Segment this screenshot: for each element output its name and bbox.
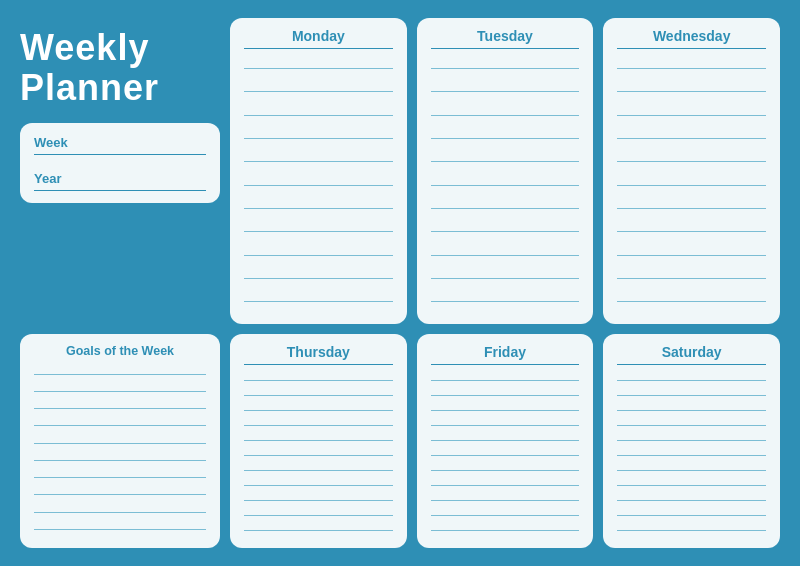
day-line: [617, 410, 766, 411]
goal-line: [34, 512, 206, 513]
year-line: [34, 190, 206, 191]
day-line: [617, 470, 766, 471]
day-line: [244, 301, 393, 302]
day-line: [617, 161, 766, 162]
day-line: [244, 161, 393, 162]
day-title-wednesday: Wednesday: [617, 28, 766, 49]
day-line: [431, 410, 580, 411]
week-label: Week: [34, 135, 206, 150]
day-line: [617, 278, 766, 279]
day-line: [617, 68, 766, 69]
day-line: [431, 530, 580, 531]
day-line: [244, 425, 393, 426]
day-line: [244, 208, 393, 209]
goal-line: [34, 425, 206, 426]
year-section: Year: [34, 171, 206, 191]
day-line: [431, 278, 580, 279]
day-lines-wednesday: [617, 57, 766, 314]
day-line: [244, 410, 393, 411]
day-line: [244, 255, 393, 256]
day-line: [617, 231, 766, 232]
day-line: [244, 440, 393, 441]
goal-line: [34, 477, 206, 478]
goal-line: [34, 443, 206, 444]
day-line: [244, 455, 393, 456]
goals-lines: [34, 366, 206, 538]
day-box-tuesday: Tuesday: [417, 18, 594, 324]
title-area: WeeklyPlanner Week Year: [20, 18, 220, 324]
day-line: [431, 138, 580, 139]
day-line: [244, 91, 393, 92]
goal-line: [34, 529, 206, 530]
day-line: [244, 500, 393, 501]
day-line: [244, 138, 393, 139]
goals-title: Goals of the Week: [34, 344, 206, 358]
day-line: [617, 500, 766, 501]
day-line: [617, 440, 766, 441]
day-line: [431, 115, 580, 116]
day-lines-monday: [244, 57, 393, 314]
day-line: [244, 231, 393, 232]
day-lines-thursday: [244, 373, 393, 538]
day-line: [431, 425, 580, 426]
day-line: [431, 455, 580, 456]
day-title-thursday: Thursday: [244, 344, 393, 365]
goals-box: Goals of the Week: [20, 334, 220, 548]
week-line: [34, 154, 206, 155]
day-title-friday: Friday: [431, 344, 580, 365]
day-title-tuesday: Tuesday: [431, 28, 580, 49]
day-line: [431, 395, 580, 396]
day-line: [244, 395, 393, 396]
day-line: [617, 425, 766, 426]
day-line: [617, 208, 766, 209]
day-line: [431, 208, 580, 209]
day-line: [431, 470, 580, 471]
day-line: [617, 530, 766, 531]
day-line: [617, 515, 766, 516]
day-line: [617, 485, 766, 486]
day-box-thursday: Thursday: [230, 334, 407, 548]
day-line: [431, 301, 580, 302]
goal-line: [34, 391, 206, 392]
day-box-saturday: Saturday: [603, 334, 780, 548]
day-line: [617, 115, 766, 116]
goal-line: [34, 374, 206, 375]
day-line: [431, 68, 580, 69]
goal-line: [34, 494, 206, 495]
day-line: [431, 185, 580, 186]
day-box-wednesday: Wednesday: [603, 18, 780, 324]
day-line: [244, 485, 393, 486]
planner-title: WeeklyPlanner: [20, 28, 220, 107]
day-line: [431, 515, 580, 516]
day-box-monday: Monday: [230, 18, 407, 324]
day-box-friday: Friday: [417, 334, 594, 548]
day-line: [431, 161, 580, 162]
day-line: [617, 380, 766, 381]
day-line: [244, 380, 393, 381]
day-line: [244, 515, 393, 516]
day-line: [244, 278, 393, 279]
day-line: [244, 530, 393, 531]
day-line: [431, 380, 580, 381]
day-lines-saturday: [617, 373, 766, 538]
planner-container: WeeklyPlanner Week Year Monday: [20, 18, 780, 548]
week-year-box: Week Year: [20, 123, 220, 203]
day-title-monday: Monday: [244, 28, 393, 49]
goal-line: [34, 460, 206, 461]
day-line: [617, 138, 766, 139]
day-lines-friday: [431, 373, 580, 538]
goal-line: [34, 408, 206, 409]
week-section: Week: [34, 135, 206, 155]
day-line: [617, 301, 766, 302]
day-line: [617, 91, 766, 92]
day-line: [431, 485, 580, 486]
day-line: [617, 455, 766, 456]
day-line: [431, 231, 580, 232]
day-line: [617, 395, 766, 396]
day-line: [431, 255, 580, 256]
day-line: [244, 68, 393, 69]
day-line: [431, 91, 580, 92]
day-line: [431, 440, 580, 441]
day-line: [244, 115, 393, 116]
day-title-saturday: Saturday: [617, 344, 766, 365]
